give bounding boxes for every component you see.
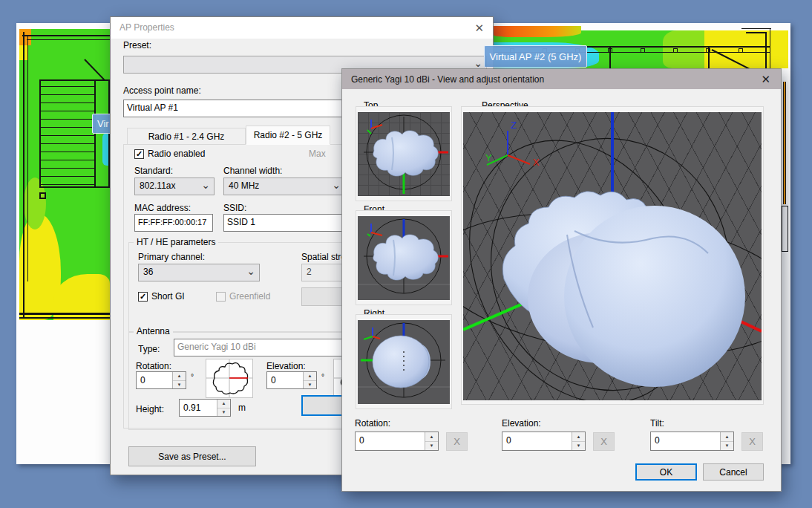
- ssid-input[interactable]: SSID 1: [223, 214, 345, 232]
- wall-orange-line: [783, 82, 786, 204]
- height-spinner[interactable]: 0.91 ▲▼: [179, 399, 231, 417]
- save-as-preset-label: Save as Preset...: [158, 452, 226, 462]
- ap-name-label: Access point name:: [123, 85, 201, 96]
- channel-width-combobox[interactable]: 40 MHz ⌄: [223, 178, 345, 195]
- wall-right-inner-v: [770, 28, 770, 68]
- spinner-up-icon[interactable]: ▲: [721, 432, 733, 441]
- standard-combobox[interactable]: 802.11ax ⌄: [134, 178, 215, 195]
- spinner-down-icon[interactable]: ▼: [304, 380, 316, 389]
- heat-orange-corner: [19, 29, 31, 45]
- tab-radio2[interactable]: Radio #2 - 5 GHz: [246, 126, 330, 145]
- top-view[interactable]: [358, 112, 450, 196]
- wall-right-box: [782, 206, 788, 252]
- ap-dialog-title: AP Properties: [119, 22, 174, 33]
- orient-tilt-label: Tilt:: [650, 418, 664, 429]
- svg-text:Y: Y: [485, 152, 492, 163]
- stairs: [39, 79, 110, 188]
- orient-tilt-value: 0: [655, 435, 660, 446]
- window-tick-6: [673, 48, 678, 53]
- elevation-spinner[interactable]: 0 ▲▼: [266, 371, 317, 389]
- primary-channel-combobox[interactable]: 36 ⌄: [138, 264, 260, 281]
- wall-left-outer: [23, 32, 24, 319]
- desktop: Vir AP Properties ✕ Preset: ⌄ Access poi…: [0, 0, 812, 508]
- ap-name-value: Virtual AP #1: [127, 102, 178, 113]
- height-value: 0.91: [183, 403, 200, 413]
- orient-rotation-clear-button[interactable]: X: [446, 432, 468, 451]
- elevation-value: 0: [271, 375, 276, 385]
- ok-button[interactable]: OK: [635, 463, 697, 481]
- spinner-down-icon[interactable]: ▼: [572, 441, 585, 451]
- short-gi-checkbox[interactable]: ✓: [138, 292, 148, 302]
- wall-vertical-a: [609, 46, 611, 68]
- stairs-divider: [94, 81, 96, 186]
- close-icon[interactable]: ✕: [761, 73, 770, 86]
- orientation-dialog: Generic Yagi 10 dBi - View and adjust or…: [341, 68, 782, 492]
- height-unit: m: [238, 403, 246, 413]
- primary-channel-label: Primary channel:: [138, 252, 205, 262]
- spinner-up-icon[interactable]: ▲: [217, 400, 230, 408]
- rotation-label: Rotation:: [136, 361, 171, 371]
- standard-value: 802.11ax: [140, 180, 176, 191]
- window-tick-5: [641, 48, 645, 53]
- virtual-ap2-label[interactable]: Virtual AP #2 (5 GHz): [484, 45, 587, 68]
- ht-he-group-label: HT / HE parameters: [134, 237, 218, 247]
- orientation-dialog-titlebar[interactable]: Generic Yagi 10 dBi - View and adjust or…: [342, 69, 781, 89]
- spinner-down-icon[interactable]: ▼: [721, 441, 733, 451]
- orient-tilt-clear-button[interactable]: X: [741, 432, 763, 451]
- right-view[interactable]: [358, 320, 450, 404]
- cancel-button-label: Cancel: [719, 467, 747, 478]
- spatial-streams-value: 2: [307, 267, 312, 277]
- rotation-value: 0: [140, 375, 145, 385]
- wall-top-outer: [22, 35, 110, 36]
- wall-right-outer-h: [746, 32, 767, 33]
- orient-elevation-clear-button[interactable]: X: [593, 432, 615, 451]
- rotation-pattern-preview: [206, 359, 253, 398]
- wall-right-outer-v: [765, 32, 767, 68]
- orient-elevation-value: 0: [506, 435, 511, 446]
- greenfield-checkbox[interactable]: [216, 292, 226, 302]
- antenna-type-label: Type:: [138, 344, 160, 354]
- heat-yellow-patch: [704, 30, 788, 68]
- spinner-down-icon[interactable]: ▼: [217, 408, 230, 417]
- save-as-preset-button[interactable]: Save as Preset...: [128, 446, 256, 466]
- chevron-down-icon: ⌄: [201, 179, 210, 191]
- orient-rotation-spinner[interactable]: 0 ▲▼: [355, 432, 439, 451]
- ok-button-label: OK: [660, 467, 672, 478]
- ap-dialog-titlebar[interactable]: AP Properties ✕: [111, 17, 493, 39]
- chevron-down-icon: ⌄: [246, 265, 255, 277]
- spinner-down-icon[interactable]: ▼: [425, 441, 438, 451]
- check-icon: ✓: [140, 292, 146, 301]
- heatmap-left-zone: [19, 29, 110, 320]
- spinner-down-icon[interactable]: ▼: [173, 380, 186, 389]
- spinner-up-icon[interactable]: ▲: [572, 432, 585, 441]
- cancel-button[interactable]: Cancel: [703, 463, 764, 481]
- elevation-label: Elevation:: [266, 361, 306, 371]
- mac-input[interactable]: FF:FF:FF:00:00:17: [134, 214, 213, 232]
- rotation-spinner[interactable]: 0 ▲▼: [136, 371, 186, 389]
- spinner-up-icon[interactable]: ▲: [304, 372, 316, 380]
- virtual-ap2-label-text: Virtual AP #2 (5 GHz): [490, 51, 582, 62]
- greenfield-label: Greenfield: [229, 291, 270, 302]
- window-tick-8: [739, 48, 743, 53]
- mac-label: MAC address:: [134, 203, 191, 213]
- close-icon[interactable]: ✕: [474, 22, 484, 35]
- front-view[interactable]: [358, 216, 450, 300]
- orient-rotation-label: Rotation:: [355, 418, 390, 429]
- stairs-steps: [41, 84, 94, 185]
- check-icon: ✓: [136, 149, 143, 158]
- wall-top-inner: [27, 39, 110, 40]
- height-label: Height:: [136, 404, 164, 414]
- channel-width-value: 40 MHz: [229, 180, 259, 191]
- wall-bottom-outer: [19, 313, 110, 315]
- radio-enabled-checkbox[interactable]: ✓: [134, 149, 144, 159]
- spinner-up-icon[interactable]: ▲: [173, 372, 186, 380]
- tab-radio2-label: Radio #2 - 5 GHz: [254, 130, 323, 140]
- spinner-up-icon[interactable]: ▲: [425, 432, 438, 441]
- perspective-view[interactable]: Z Y X: [463, 112, 762, 400]
- clear-icon: X: [749, 436, 756, 447]
- orient-elevation-spinner[interactable]: 0 ▲▼: [502, 432, 586, 451]
- preset-label: Preset:: [123, 40, 151, 51]
- tab-radio1[interactable]: Radio #1 - 2.4 GHz: [127, 128, 246, 145]
- orientation-dialog-title: Generic Yagi 10 dBi - View and adjust or…: [351, 74, 544, 85]
- orient-tilt-spinner[interactable]: 0 ▲▼: [650, 432, 734, 451]
